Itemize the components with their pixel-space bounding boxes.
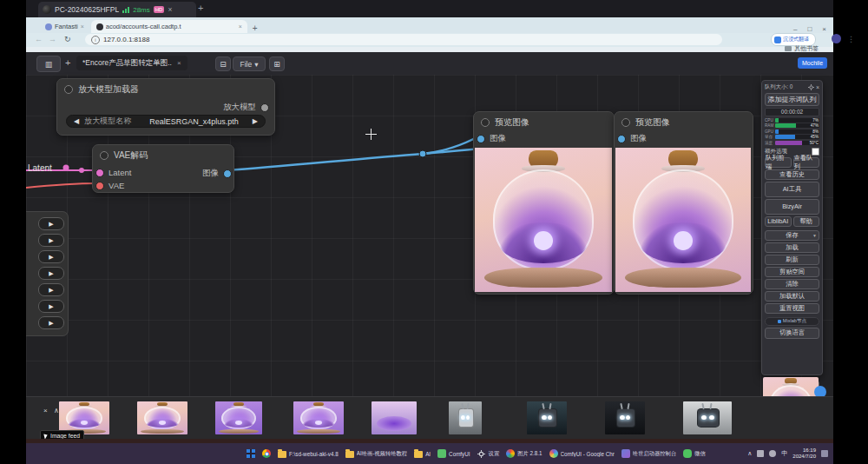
feed-thumbnail[interactable] <box>527 401 567 434</box>
window-minimize-button[interactable]: – <box>793 25 797 33</box>
taskbar-launcher-console[interactable]: 绘世启动器控制台 <box>618 445 680 462</box>
tray-volume-icon[interactable] <box>769 450 776 457</box>
tray-expand-icon[interactable]: ∧ <box>747 450 752 457</box>
panel-close-icon[interactable]: × <box>816 84 819 90</box>
save-button[interactable]: 保存 ▼ <box>765 230 819 241</box>
window-close-button[interactable]: × <box>822 25 826 33</box>
browser-new-tab-button[interactable]: + <box>253 23 258 33</box>
collapsed-widget-pill[interactable]: ▶ <box>38 316 64 329</box>
browser-menu-icon[interactable]: ⋮ <box>847 35 855 43</box>
reload-button[interactable]: ↻ <box>64 35 71 43</box>
back-button[interactable]: ← <box>35 35 43 43</box>
profile-avatar[interactable] <box>832 34 841 43</box>
browser-tab-inactive[interactable]: Fantasti × <box>40 20 89 33</box>
port-dot[interactable] <box>477 135 485 143</box>
grid-view-icon[interactable]: ⊞ <box>269 56 285 71</box>
forward-button[interactable]: → <box>49 35 56 43</box>
next-value-icon[interactable]: ▶ <box>253 117 258 125</box>
port-dot[interactable] <box>260 103 269 112</box>
refresh-button[interactable]: 刷新 <box>765 255 819 265</box>
view-queue-button[interactable]: 查看队列 <box>793 157 820 168</box>
ime-indicator[interactable]: 中 <box>781 449 787 458</box>
clipspace-button[interactable]: 剪贴空间 <box>765 267 819 277</box>
switch-language-button[interactable]: 切换语言 <box>765 328 819 339</box>
collapsed-widget-pill[interactable]: ▶ <box>38 267 64 280</box>
tray-display-icon[interactable] <box>757 450 764 457</box>
workflows-icon[interactable]: ▥ <box>36 56 61 72</box>
port-dot[interactable] <box>95 182 104 190</box>
collapsed-widget-pill[interactable]: ▶ <box>38 234 64 247</box>
workflow-tab-close-icon[interactable]: × <box>177 59 181 67</box>
node-vae-decode[interactable]: VAE解码 Latent VAE 图像 <box>92 144 234 193</box>
gear-icon[interactable] <box>808 84 814 90</box>
ai-tools-button[interactable]: AI工具 <box>765 182 819 197</box>
input-latent[interactable]: Latent <box>95 168 131 177</box>
collapse-dot-icon[interactable] <box>621 118 630 127</box>
quality-badge[interactable]: HD <box>154 6 165 13</box>
mochile-button[interactable]: Mochile <box>798 57 827 69</box>
liblib-button[interactable]: LiblibAI <box>765 216 792 227</box>
reset-view-button[interactable]: 重置视图 <box>765 303 819 314</box>
port-dot[interactable] <box>223 169 232 178</box>
collapsed-widget-pill[interactable]: ▶ <box>38 250 64 263</box>
collapse-dot-icon[interactable] <box>100 151 108 160</box>
file-menu-button[interactable]: File ▾ <box>233 56 266 71</box>
taskbar-chrome[interactable] <box>259 445 274 462</box>
taskbar-settings[interactable]: 设置 <box>474 445 503 462</box>
feed-thumbnail[interactable] <box>683 401 732 434</box>
feed-thumbnail[interactable] <box>137 401 187 434</box>
prev-value-icon[interactable]: ◀ <box>74 117 79 125</box>
node-preview-image-1[interactable]: 预览图像 图像 <box>473 111 615 295</box>
remote-session-tab[interactable]: PC-20240625HFPL 28ms HD × <box>38 2 196 17</box>
feed-thumbnail[interactable] <box>215 401 262 434</box>
save-dropdown-icon[interactable]: ▼ <box>812 233 817 238</box>
feed-thumbnail[interactable] <box>449 401 482 434</box>
taskbar-folder-aidrawing[interactable]: AI绘画-视频转绘教程 <box>342 445 411 462</box>
feed-thumbnail[interactable] <box>293 401 344 434</box>
output-upscale-model[interactable]: 放大模型 <box>223 102 269 113</box>
notification-icon[interactable] <box>821 450 828 457</box>
site-info-icon[interactable]: i <box>91 36 100 44</box>
node-header[interactable]: 预览图像 <box>615 112 753 133</box>
input-image[interactable]: 图像 <box>477 133 506 144</box>
feed-close-icon[interactable]: × <box>43 407 48 414</box>
node-header[interactable]: 预览图像 <box>474 112 614 133</box>
taskbar-photos[interactable]: 图片 2.8.1 <box>503 445 545 462</box>
preview-image-jar[interactable] <box>615 148 751 292</box>
window-maximize-button[interactable]: □ <box>807 25 812 33</box>
taskbar-comfyui-chrome[interactable]: ComfyUI - Google Chr <box>546 445 618 462</box>
preview-image-jar[interactable] <box>475 148 612 292</box>
load-button[interactable]: 加载 <box>765 242 819 253</box>
collapsed-widget-pill[interactable]: ▶ <box>38 300 64 313</box>
node-header[interactable]: 放大模型加载器 <box>57 79 274 100</box>
browser-tab-active[interactable]: acod/accounts-call.cadtp.t × <box>91 20 247 33</box>
port-dot[interactable] <box>95 169 104 177</box>
start-button[interactable] <box>243 445 259 462</box>
panel-toggle-icon[interactable]: ⊟ <box>215 56 231 71</box>
collapsed-widget-pill[interactable]: ▶ <box>38 283 64 296</box>
feed-thumbnail[interactable] <box>372 401 417 434</box>
collapse-dot-icon[interactable] <box>64 85 73 94</box>
input-vae[interactable]: VAE <box>95 181 124 190</box>
input-image[interactable]: 图像 <box>617 133 647 144</box>
url-field[interactable]: i 127.0.0.1:8188 <box>85 34 722 45</box>
workflow-tab[interactable]: *Encore产品草图转定单图.. × <box>76 56 187 70</box>
taskbar-folder-sdwebui[interactable]: F:\sd-webui-aki-v4.8 <box>274 445 342 462</box>
queue-size-header[interactable]: 队列大小: 0 × <box>765 83 819 91</box>
mixlab-nodes-toggle[interactable]: Mixlab节点 <box>765 317 819 326</box>
port-dot[interactable] <box>617 135 626 143</box>
output-image[interactable]: 图像 <box>202 168 232 179</box>
taskbar-wechat[interactable]: 微信 <box>680 445 709 462</box>
queue-prompt-button[interactable]: 添加提示词队列 <box>765 93 819 106</box>
collapse-dot-icon[interactable] <box>481 118 490 127</box>
collapsed-widget-pill[interactable]: ▶ <box>38 217 64 230</box>
remote-new-tab-button[interactable]: + <box>198 3 203 13</box>
node-upscale-model-loader[interactable]: 放大模型加载器 放大模型 ◀ 放大模型名称 RealESRGAN_x4plus.… <box>56 78 275 136</box>
node-preview-image-2[interactable]: 预览图像 图像 <box>614 111 753 295</box>
queue-front-button[interactable]: 队列前端 <box>765 157 792 168</box>
feed-collapse-icon[interactable]: ∧ <box>54 407 59 414</box>
new-workflow-button[interactable]: + <box>65 57 70 68</box>
feed-thumbnail[interactable] <box>605 401 645 434</box>
bizyair-button[interactable]: BizyAir <box>765 199 819 215</box>
tab-close-icon[interactable]: × <box>239 23 242 30</box>
